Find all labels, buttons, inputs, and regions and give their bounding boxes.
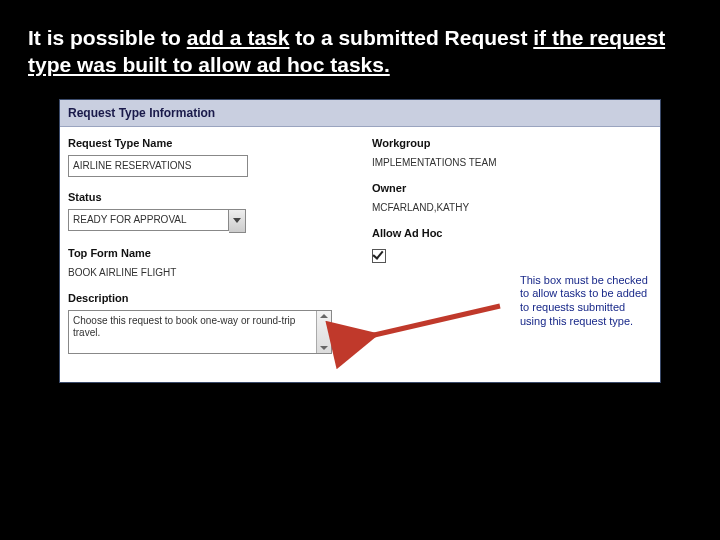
chevron-down-icon[interactable]	[229, 209, 246, 233]
status-select[interactable]: READY FOR APPROVAL	[68, 209, 246, 233]
owner-label: Owner	[372, 182, 652, 194]
allow-adhoc-label: Allow Ad Hoc	[372, 227, 652, 239]
request-type-name-label: Request Type Name	[68, 137, 348, 149]
arrow-icon	[350, 296, 510, 356]
headline-pre: It is possible to	[28, 26, 187, 49]
status-label: Status	[68, 191, 348, 203]
description-field[interactable]: Choose this request to book one-way or r…	[68, 310, 332, 354]
svg-line-0	[370, 306, 500, 336]
left-column: Request Type Name AIRLINE RESERVATIONS S…	[68, 137, 348, 368]
workgroup-value: IMPLEMENTATIONS TEAM	[372, 155, 652, 168]
headline-mid: to a submitted Request	[289, 26, 533, 49]
description-value: Choose this request to book one-way or r…	[73, 315, 295, 339]
allow-adhoc-checkbox[interactable]	[372, 249, 386, 263]
scrollbar-icon[interactable]	[316, 311, 331, 353]
request-type-name-field[interactable]: AIRLINE RESERVATIONS	[68, 155, 248, 177]
headline-add: add a task	[187, 26, 290, 49]
callout-text: This box must be checked to allow tasks …	[520, 274, 650, 329]
owner-value: MCFARLAND,KATHY	[372, 200, 652, 213]
top-form-name-label: Top Form Name	[68, 247, 348, 259]
panel-title: Request Type Information	[60, 100, 660, 127]
top-form-name-value: BOOK AIRLINE FLIGHT	[68, 265, 348, 278]
description-label: Description	[68, 292, 348, 304]
status-value: READY FOR APPROVAL	[68, 209, 229, 231]
request-type-panel: Request Type Information Request Type Na…	[59, 99, 661, 383]
headline: It is possible to add a task to a submit…	[0, 0, 720, 89]
workgroup-label: Workgroup	[372, 137, 652, 149]
stage: Request Type Information Request Type Na…	[0, 99, 720, 423]
